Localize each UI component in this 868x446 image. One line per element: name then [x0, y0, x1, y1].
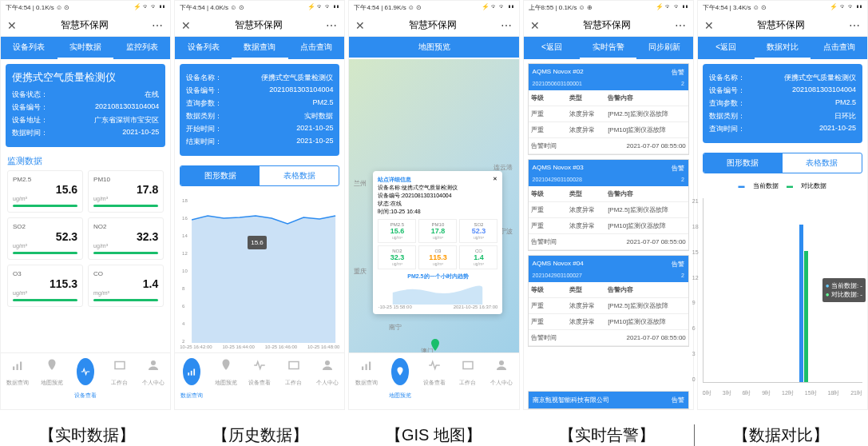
nav-workbench[interactable]: 工作台	[277, 353, 311, 409]
metric-CO[interactable]: CO1.4mg/m³	[88, 265, 164, 307]
svg-text:18: 18	[182, 198, 188, 203]
nav-query[interactable]: 数据查询	[1, 353, 34, 409]
nav-workbench[interactable]: 工作台	[102, 353, 136, 409]
captions: 【实时数据】【历史数据】【GIS 地图】【实时告警】【数据对比】	[0, 424, 868, 446]
close-icon[interactable]: ✕	[181, 19, 191, 32]
screen-history: 下午4:54 | 4.0K/s ☺ ⊙⚡ ᯤ ᯤ ▮▮ ✕智慧环保网⋯ 设备列表…	[174, 0, 345, 410]
svg-text:14: 14	[182, 233, 188, 238]
screen-realtime: 下午4:54 | 0.1K/s ☺ ⊙⚡ ᯤ ᯤ ▮▮ ✕智慧环保网⋯ 设备列表…	[0, 0, 171, 410]
chart-tooltip: 15.6	[248, 236, 267, 249]
nav-profile[interactable]: 个人中心	[137, 353, 170, 409]
svg-rect-22	[463, 362, 473, 369]
refresh-button[interactable]: 同步刷新	[636, 37, 693, 59]
svg-text:6: 6	[182, 304, 185, 309]
metric-PM10[interactable]: PM1017.8ug/m³	[88, 170, 164, 213]
seg-table[interactable]: 表格数据	[260, 166, 339, 185]
nav-workbench[interactable]: 工作台	[451, 353, 485, 409]
more-icon[interactable]: ⋯	[152, 19, 164, 32]
compare-card: 设备名称：便携式空气质量检测仪 设备编号：2021081303104004 查询…	[703, 64, 862, 143]
svg-point-23	[499, 360, 504, 365]
map-marker-icon[interactable]	[429, 339, 442, 352]
chart-legend: ▬ 当前数据 ▬ 对比数据	[701, 181, 864, 190]
tab-monitor[interactable]: 监控列表	[113, 37, 170, 59]
svg-rect-19	[362, 367, 363, 371]
nav-profile[interactable]: 个人中心	[485, 353, 518, 409]
device-title: 便携式空气质量检测仪	[12, 70, 159, 85]
svg-point-4	[151, 360, 156, 365]
close-icon[interactable]: ✕	[530, 19, 540, 32]
tab-realtime[interactable]: 实时数据	[57, 37, 114, 59]
alarm-card[interactable]: AQMS Novox #02告警 20210506031000012 等级类型告…	[528, 63, 689, 155]
seg-chart[interactable]: 图形数据	[180, 166, 260, 185]
svg-text:8: 8	[182, 286, 185, 291]
svg-text:2: 2	[182, 339, 185, 344]
section-monitoring: 监测数据	[7, 155, 164, 167]
nav-device[interactable]: 设备查看	[417, 353, 450, 409]
svg-text:12: 12	[182, 251, 188, 256]
nav-map[interactable]: 地图预览	[383, 353, 417, 409]
status-bar: 下午4:54 | 0.1K/s ☺ ⊙⚡ ᯤ ᯤ ▮▮	[1, 1, 170, 14]
screen-gis: 下午4:54 | 61.9K/s ☺ ⊙⚡ ᯤ ᯤ ▮▮ ✕智慧环保网⋯ 地图预…	[348, 0, 519, 410]
nav-device[interactable]: 设备查看	[69, 353, 102, 409]
svg-text:4: 4	[182, 321, 185, 326]
svg-rect-3	[115, 362, 125, 369]
device-card: 便携式空气质量检测仪 设备状态：在线 设备编号：2021081303104004…	[6, 64, 165, 147]
app-title: 智慧环保网	[61, 18, 109, 32]
svg-rect-16	[194, 369, 196, 376]
svg-rect-14	[188, 372, 190, 376]
close-icon[interactable]: ✕	[704, 19, 714, 32]
back-button[interactable]: <返回	[524, 37, 581, 59]
alarm-card[interactable]: AQMS Novox #03告警 20210429031000282 等级类型告…	[528, 159, 689, 251]
svg-text:10: 10	[182, 269, 188, 273]
popup-close-icon[interactable]: ✕	[493, 176, 497, 184]
svg-rect-21	[369, 362, 371, 371]
metric-PM2.5[interactable]: PM2.515.6ug/m³	[7, 170, 83, 213]
query-card: 设备名称：便携式空气质量检测仪 设备编号：2021081303104004 查询…	[180, 64, 339, 156]
more-icon[interactable]: ⋯	[501, 19, 513, 32]
svg-rect-17	[289, 362, 299, 369]
nav-query[interactable]: 数据查询	[349, 353, 382, 409]
screen-alarm: 上午8:55 | 0.1K/s ☺ ⊕⚡ ᯤ ᯤ ▮▮ ✕智慧环保网⋯ <返回实…	[523, 0, 694, 410]
nav-map[interactable]: 地图预览	[209, 353, 243, 409]
more-icon[interactable]: ⋯	[326, 19, 338, 32]
back-button[interactable]: <返回	[698, 37, 755, 59]
svg-rect-15	[191, 371, 192, 376]
compare-bar-chart[interactable]: 211815129630 ● 当前数据: - ● 对比数据: -	[703, 198, 862, 383]
alarm-card[interactable]: AQMS Novox #04告警 20210429031000272 等级类型告…	[528, 255, 689, 347]
station-popup: 站点详细信息✕ 设备名称:便携式空气质量检测仪 设备编号:20210813031…	[373, 171, 502, 314]
top-tabs[interactable]: 设备列表 实时数据 监控列表	[1, 37, 170, 59]
more-icon[interactable]: ⋯	[849, 19, 861, 32]
map-canvas[interactable]: 兰州 连云港 宁波 重庆 南宁 澳门 站点详细信息✕ 设备名称:便携式空气质量检…	[349, 59, 518, 352]
nav-query[interactable]: 数据查询	[175, 353, 208, 409]
nav-device[interactable]: 设备查看	[243, 353, 276, 409]
svg-rect-20	[365, 364, 367, 371]
svg-rect-1	[17, 364, 18, 371]
nav-map[interactable]: 地图预览	[34, 353, 68, 409]
area-chart[interactable]: 18161412108642 15.6 10-25 16:42:0010-25 …	[180, 196, 339, 348]
svg-rect-0	[13, 367, 14, 371]
close-icon[interactable]: ✕	[355, 19, 365, 32]
svg-rect-2	[20, 362, 22, 371]
metric-NO2[interactable]: NO232.3ug/m³	[88, 217, 164, 260]
svg-point-18	[325, 360, 330, 365]
svg-text:16: 16	[182, 216, 188, 221]
nav-profile[interactable]: 个人中心	[311, 353, 344, 409]
more-icon[interactable]: ⋯	[675, 19, 687, 32]
segment-control: 图形数据表格数据	[180, 165, 339, 186]
metric-O3[interactable]: O3115.3ug/m³	[7, 265, 83, 307]
close-icon[interactable]: ✕	[7, 19, 17, 32]
tab-devices[interactable]: 设备列表	[1, 37, 57, 59]
compare-tooltip: ● 当前数据: - ● 对比数据: -	[822, 278, 866, 302]
bottom-nav: 数据查询 地图预览 设备查看 工作台 个人中心	[1, 352, 170, 409]
metric-SO2[interactable]: SO252.3ug/m³	[7, 217, 83, 260]
screen-compare: 下午4:54 | 3.4K/s ☺ ⊙⚡ ᯤ ᯤ ▮▮ ✕智慧环保网⋯ <返回数…	[697, 0, 868, 410]
